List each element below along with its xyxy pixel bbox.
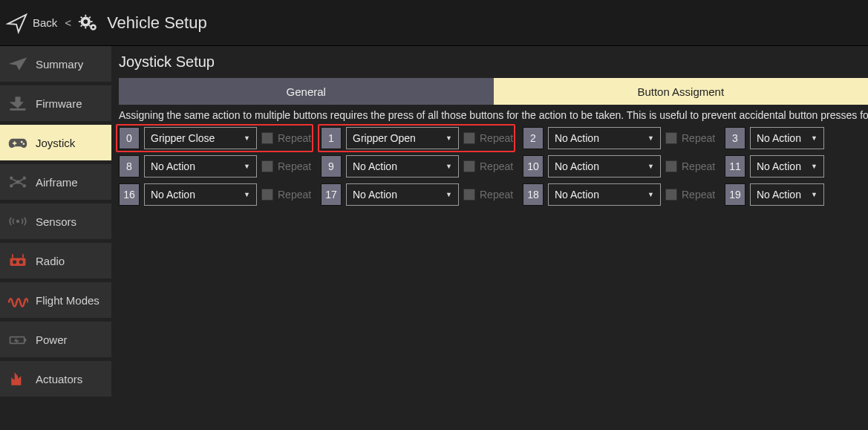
button-cell-11: 11No Action▼	[725, 155, 824, 177]
sidebar-item-label: Radio	[36, 255, 65, 267]
repeat-checkbox[interactable]	[261, 160, 273, 172]
action-select[interactable]: No Action▼	[548, 183, 661, 206]
caret-down-icon: ▼	[446, 163, 452, 170]
repeat-label: Repeat	[480, 160, 512, 172]
repeat-label: Repeat	[682, 132, 714, 144]
svg-point-16	[10, 184, 13, 187]
button-row: 16No Action▼Repeat17No Action▼Repeat18No…	[119, 183, 868, 206]
content-area: Joystick Setup General Button Assigment …	[111, 46, 868, 430]
button-number: 2	[523, 127, 544, 149]
plane-icon	[6, 12, 28, 34]
svg-line-20	[19, 180, 23, 182]
repeat-checkbox[interactable]	[665, 189, 677, 201]
action-select[interactable]: No Action▼	[346, 155, 459, 177]
caret-down-icon: ▼	[244, 163, 250, 170]
tab-bar: General Button Assigment	[119, 78, 868, 105]
svg-point-15	[23, 177, 26, 180]
button-number: 17	[321, 183, 342, 206]
wave-icon	[7, 291, 28, 309]
action-select[interactable]: No Action▼	[548, 155, 661, 177]
radio-icon	[7, 252, 28, 270]
button-number: 10	[523, 155, 544, 177]
tab-button-assignment[interactable]: Button Assigment	[494, 78, 869, 105]
sidebar-item-label: Actuators	[36, 373, 82, 385]
button-number: 0	[119, 127, 140, 149]
svg-point-14	[10, 177, 13, 180]
sidebar-item-airframe[interactable]: Airframe	[0, 164, 111, 203]
sidebar: Summary Firmware Joystick Airframe Senso…	[0, 46, 111, 430]
actuator-icon	[7, 370, 28, 388]
button-cell-16: 16No Action▼Repeat	[119, 183, 310, 206]
sidebar-item-flightmodes[interactable]: Flight Modes	[0, 282, 111, 322]
action-select-value: No Action	[555, 132, 599, 144]
svg-line-10	[89, 16, 91, 18]
sidebar-item-label: Sensors	[36, 215, 76, 228]
gears-icon	[77, 12, 99, 34]
action-select[interactable]: Gripper Open▼	[346, 127, 459, 149]
repeat-label: Repeat	[480, 132, 512, 144]
sidebar-item-label: Power	[36, 333, 68, 346]
sidebar-item-label: Airframe	[36, 176, 78, 189]
action-select[interactable]: No Action▼	[750, 155, 824, 177]
action-select[interactable]: No Action▼	[750, 127, 824, 149]
svg-line-8	[81, 16, 82, 18]
svg-point-17	[23, 184, 26, 187]
action-select[interactable]: No Action▼	[548, 127, 661, 149]
back-angle-icon: <	[65, 16, 71, 29]
caret-down-icon: ▼	[446, 134, 452, 142]
svg-line-11	[81, 25, 82, 26]
svg-point-26	[19, 260, 23, 264]
action-select[interactable]: No Action▼	[346, 183, 459, 206]
button-number: 3	[725, 127, 745, 149]
sidebar-item-firmware[interactable]: Firmware	[0, 85, 111, 125]
gamepad-icon	[7, 134, 28, 152]
back-button[interactable]: Back	[33, 16, 57, 29]
button-cell-1: 1Gripper Open▼Repeat	[318, 124, 515, 152]
button-cell-0: 0Gripper Close▼Repeat	[116, 124, 313, 152]
action-select-value: No Action	[151, 160, 195, 172]
repeat-checkbox[interactable]	[261, 189, 273, 201]
action-select-value: No Action	[757, 160, 801, 172]
caret-down-icon: ▼	[811, 134, 818, 142]
repeat-checkbox[interactable]	[261, 132, 273, 144]
action-select[interactable]: No Action▼	[750, 183, 824, 206]
plane-icon	[7, 55, 28, 73]
svg-point-23	[16, 220, 19, 223]
repeat-checkbox[interactable]	[463, 160, 475, 172]
button-rows: 0Gripper Close▼Repeat1Gripper Open▼Repea…	[114, 127, 868, 206]
tab-general[interactable]: General	[119, 78, 494, 105]
action-select[interactable]: No Action▼	[144, 155, 257, 177]
action-select[interactable]: Gripper Close▼	[144, 127, 257, 149]
info-text: Assigning the same action to multiple bu…	[119, 109, 868, 121]
caret-down-icon: ▼	[244, 191, 250, 198]
sidebar-item-actuators[interactable]: Actuators	[0, 361, 111, 400]
action-select-value: Gripper Open	[353, 132, 416, 144]
caret-down-icon: ▼	[446, 191, 452, 198]
action-select[interactable]: No Action▼	[144, 183, 257, 206]
sidebar-item-summary[interactable]: Summary	[0, 46, 111, 85]
action-select-value: No Action	[757, 189, 801, 201]
caret-down-icon: ▼	[244, 134, 250, 142]
battery-icon	[7, 330, 28, 348]
sidebar-item-power[interactable]: Power	[0, 322, 111, 361]
page-title: Joystick Setup	[119, 53, 868, 71]
repeat-label: Repeat	[682, 189, 714, 201]
top-bar: Back < Vehicle Setup	[0, 0, 868, 46]
svg-line-21	[13, 183, 16, 185]
action-select-value: No Action	[151, 189, 195, 201]
download-icon	[7, 94, 28, 112]
button-number: 18	[523, 183, 544, 206]
repeat-checkbox[interactable]	[463, 132, 475, 144]
sidebar-item-joystick[interactable]: Joystick	[0, 125, 111, 164]
button-cell-19: 19No Action▼	[725, 183, 824, 206]
caret-down-icon: ▼	[647, 163, 654, 170]
sidebar-item-radio[interactable]: Radio	[0, 243, 111, 282]
repeat-checkbox[interactable]	[463, 189, 475, 201]
repeat-checkbox[interactable]	[665, 132, 677, 144]
svg-line-22	[19, 183, 23, 185]
sidebar-item-label: Firmware	[36, 97, 82, 110]
svg-point-25	[13, 260, 16, 264]
repeat-checkbox[interactable]	[665, 160, 677, 172]
sidebar-item-sensors[interactable]: Sensors	[0, 203, 111, 243]
button-cell-3: 3No Action▼	[725, 127, 824, 149]
